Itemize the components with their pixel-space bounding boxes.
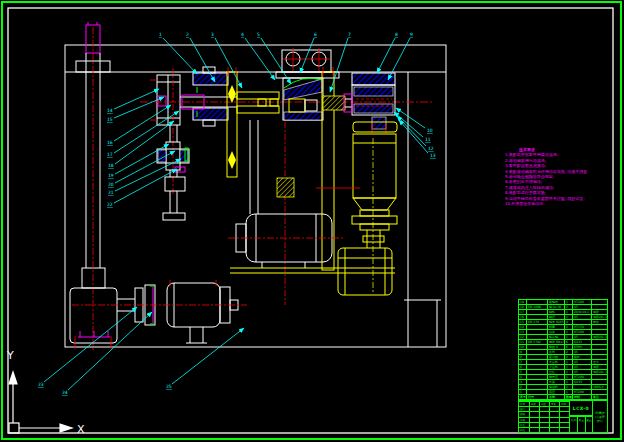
- callout-label: 11: [425, 137, 431, 142]
- technical-requirements-lines: 1.装配前所有零件用煤油清洗;2.滚动轴承用汽油清洗;3.零件配合面涂润滑油;4…: [505, 152, 587, 206]
- callout-label: 20: [108, 182, 114, 187]
- title-block-signature-grid: 标记 处数 分区 签名 日期 设计 校核 审核 工艺: [519, 401, 570, 432]
- callout-label: 24: [62, 390, 68, 395]
- title-block-middle: LCX-0 比例 数量 重量 1:2 共1张 第1张: [570, 401, 593, 432]
- parts-header-cell: 代号: [526, 395, 547, 399]
- callout-label: 8: [395, 32, 398, 37]
- callout-label: 25: [166, 384, 172, 389]
- parts-header-cell: 数量: [564, 395, 572, 399]
- ucs-icon: X Y: [6, 349, 85, 436]
- callout-label: 18: [108, 163, 114, 168]
- organization-name: 机械设计课程设计: [593, 401, 607, 432]
- parts-header-cell: 材料: [572, 395, 591, 399]
- callout-label: 17: [107, 152, 113, 157]
- yellow-column-right[interactable]: [322, 67, 352, 270]
- title-block-cell: [529, 428, 539, 432]
- callout-label: 15: [107, 117, 113, 122]
- top-bracket[interactable]: [276, 48, 339, 78]
- callout-label: 4: [241, 32, 244, 37]
- spline-shaft[interactable]: [237, 92, 279, 113]
- weight-label: 重量: [585, 416, 592, 433]
- callout-label: 21: [108, 190, 114, 195]
- callout-label: 23: [38, 382, 44, 387]
- parts-header-cell: 备注: [591, 395, 607, 399]
- vertical-gearbox[interactable]: [338, 248, 392, 295]
- parts-header-cell: 名称: [547, 395, 564, 399]
- callout-label: 22: [107, 202, 113, 207]
- scale-label: 比例: [570, 416, 577, 433]
- qty-label: 数量: [577, 416, 584, 433]
- center-motor[interactable]: [228, 214, 395, 273]
- callout-label: 14: [107, 108, 113, 113]
- title-block-cell: 批准: [519, 428, 529, 432]
- technical-requirements[interactable]: 技术要求 1.装配前所有零件用煤油清洗;2.滚动轴承用汽油清洗;3.零件配合面涂…: [505, 147, 587, 206]
- drawing-number: LCX-0: [570, 401, 592, 416]
- ucs-y-arrow: [9, 372, 17, 384]
- callout-label: 12: [428, 146, 434, 151]
- callout-label: 7: [348, 32, 351, 37]
- bottom-left-motor[interactable]: [72, 280, 247, 343]
- cad-application-window: 1 2 3 4 5 6 7 8 9 10 11 12 13 14 15 16 1…: [0, 0, 624, 442]
- title-block-scale-cells: 比例 数量 重量 1:2 共1张 第1张: [570, 416, 592, 433]
- callout-label: 5: [257, 32, 260, 37]
- column-gearbox[interactable]: [70, 288, 117, 349]
- left-bearing-housing[interactable]: [180, 67, 237, 126]
- callout-label: 1: [159, 32, 162, 37]
- title-block-cell: [539, 428, 549, 432]
- callout-label: 13: [430, 153, 436, 158]
- title-block-cell: [549, 428, 559, 432]
- callout-label: 10: [427, 128, 433, 133]
- callout-label: 6: [314, 32, 317, 37]
- callout-label: 3: [211, 32, 214, 37]
- parts-header-row: 序号 代号 名称 数量 材料 备注: [519, 394, 607, 399]
- lead-screw-column[interactable]: [82, 22, 105, 350]
- callout-label: 9: [410, 32, 413, 37]
- callout-label: 19: [108, 173, 114, 178]
- parts-list-table[interactable]: 序号 代号 名称 数量 材料 备注 1 底座 1 HT200 2 电动机 2 Y…: [518, 299, 608, 400]
- callout-label: 16: [107, 140, 113, 145]
- parts-header-cell: 序号: [519, 395, 526, 399]
- title-block[interactable]: 标记 处数 分区 签名 日期 设计 校核 审核 工艺: [518, 400, 608, 433]
- ucs-x-label: X: [77, 423, 85, 436]
- title-block-cell: [559, 428, 569, 432]
- center-gearbox[interactable]: [250, 78, 323, 305]
- technical-requirement-line: 10.外表面涂灰色油漆。: [505, 201, 587, 206]
- right-bearing[interactable]: [344, 73, 395, 133]
- ucs-x-arrow: [60, 424, 72, 432]
- ucs-y-label: Y: [6, 349, 14, 362]
- callout-label: 2: [186, 32, 189, 37]
- title-block-row: 批准: [519, 427, 569, 432]
